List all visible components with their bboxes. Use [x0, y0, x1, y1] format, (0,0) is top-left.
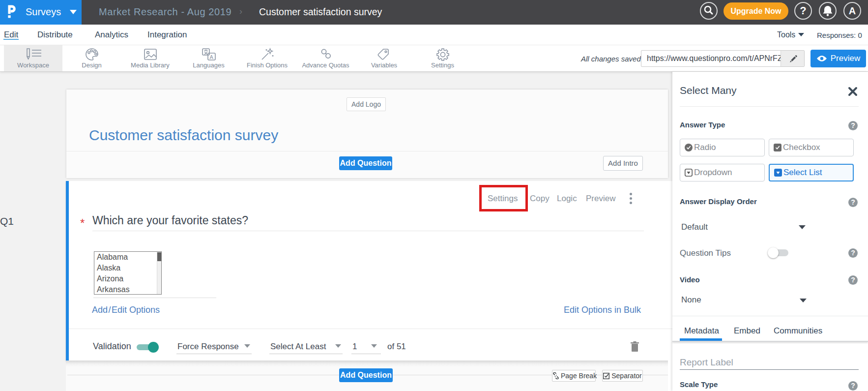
svg-text:A: A — [209, 54, 213, 60]
